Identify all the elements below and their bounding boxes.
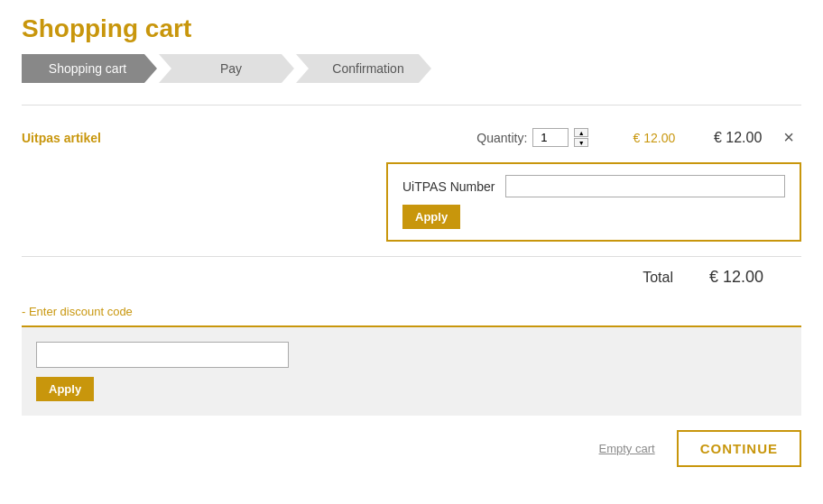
uitpas-apply-button[interactable]: Apply bbox=[402, 205, 460, 229]
qty-down-button[interactable]: ▼ bbox=[574, 138, 588, 147]
bottom-actions: Empty cart CONTINUE bbox=[22, 430, 801, 467]
continue-button[interactable]: CONTINUE bbox=[677, 430, 801, 467]
total-row: Total € 12.00 bbox=[22, 256, 801, 298]
uitpas-box: UiTPAS Number Apply bbox=[386, 162, 801, 242]
qty-spinner: ▲ ▼ bbox=[574, 128, 588, 147]
empty-cart-button[interactable]: Empty cart bbox=[599, 442, 655, 455]
remove-item-button[interactable]: × bbox=[776, 127, 801, 148]
uitpas-number-input[interactable] bbox=[505, 175, 785, 197]
qty-up-button[interactable]: ▲ bbox=[574, 128, 588, 137]
step-shopping-cart-label: Shopping cart bbox=[49, 61, 126, 76]
step-confirmation[interactable]: Confirmation bbox=[296, 54, 431, 83]
step-confirmation-label: Confirmation bbox=[332, 61, 403, 76]
cart-item-row: Uitpas artikel Quantity: ▲ ▼ € 12.00 € 1… bbox=[22, 120, 801, 155]
item-name: Uitpas artikel bbox=[22, 131, 166, 145]
discount-toggle[interactable]: - Enter discount code bbox=[22, 305, 801, 318]
total-value: € 12.00 bbox=[709, 268, 763, 287]
cart-section: Uitpas artikel Quantity: ▲ ▼ € 12.00 € 1… bbox=[22, 105, 801, 298]
step-shopping-cart[interactable]: Shopping cart bbox=[22, 54, 157, 83]
uitpas-row: UiTPAS Number bbox=[402, 175, 785, 197]
page-title: Shopping cart bbox=[22, 14, 801, 43]
quantity-group: Quantity: ▲ ▼ bbox=[476, 128, 588, 147]
discount-code-input[interactable] bbox=[36, 342, 289, 368]
quantity-input[interactable] bbox=[532, 128, 569, 147]
total-label: Total bbox=[643, 270, 673, 286]
discount-section: - Enter discount code Apply bbox=[22, 305, 801, 416]
steps-nav: Shopping cart Pay Confirmation bbox=[22, 54, 801, 83]
discount-apply-button[interactable]: Apply bbox=[36, 377, 94, 401]
uitpas-label: UiTPAS Number bbox=[402, 179, 495, 194]
step-pay[interactable]: Pay bbox=[159, 54, 294, 83]
item-unit-price: € 12.00 bbox=[603, 131, 675, 145]
discount-code-area: Apply bbox=[22, 325, 801, 416]
item-total-price: € 12.00 bbox=[689, 130, 762, 146]
quantity-label: Quantity: bbox=[476, 131, 527, 145]
step-pay-label: Pay bbox=[220, 61, 242, 76]
